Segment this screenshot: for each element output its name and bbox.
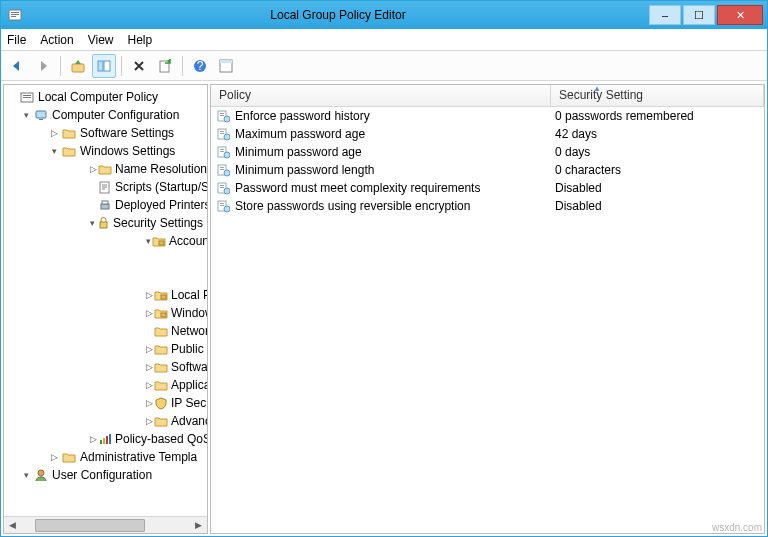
up-button[interactable]	[66, 54, 90, 78]
svg-rect-25	[161, 313, 166, 317]
expander-icon[interactable]: ▷	[146, 397, 153, 409]
policy-name: Minimum password age	[235, 145, 362, 159]
svg-rect-3	[11, 16, 16, 17]
tree-node-windows-settings[interactable]: ▾Windows Settings	[48, 142, 207, 160]
expander-icon[interactable]: ▾	[20, 109, 32, 121]
policy-name: Minimum password length	[235, 163, 374, 177]
expander-icon[interactable]: ▾	[90, 217, 95, 229]
expander-icon[interactable]: ▾	[48, 145, 60, 157]
scroll-left-icon[interactable]: ◀	[4, 518, 21, 533]
list-item[interactable]: Password must meet complexity requiremen…	[211, 179, 764, 197]
svg-point-38	[224, 134, 230, 140]
expander-icon[interactable]: ▷	[146, 289, 153, 301]
forward-button[interactable]	[31, 54, 55, 78]
svg-point-34	[224, 116, 230, 122]
minimize-button[interactable]: –	[649, 5, 681, 25]
folder-icon	[98, 161, 112, 177]
expander-icon[interactable]: ▷	[146, 343, 153, 355]
delete-button[interactable]	[127, 54, 151, 78]
tree-node-advanced-audit[interactable]: ▷Advanced Audi	[146, 412, 207, 430]
tree-label: Software Settings	[80, 126, 174, 140]
expander-icon[interactable]: ▷	[146, 307, 153, 319]
tree-node-computer-config[interactable]: ▾ Computer Configuration	[20, 106, 207, 124]
expander-icon[interactable]: ▷	[90, 433, 97, 445]
tree-node-deployed-printers[interactable]: ▷Deployed Printers	[90, 196, 207, 214]
show-hide-tree-button[interactable]	[92, 54, 116, 78]
svg-rect-1	[11, 12, 19, 13]
tree-label: Local Computer Policy	[38, 90, 158, 104]
help-button[interactable]: ?	[188, 54, 212, 78]
tree-node-ip-security[interactable]: ▷IP Security Polic	[146, 394, 207, 412]
tree-hscrollbar[interactable]: ◀ ▶	[4, 516, 207, 533]
scroll-track[interactable]	[21, 518, 190, 533]
policy-tree[interactable]: ▷ Local Computer Policy ▾ Computer Confi…	[4, 85, 207, 516]
folder-icon	[61, 449, 77, 465]
toolbar: ?	[1, 51, 767, 81]
tree-node-public-key[interactable]: ▷Public Key Polic	[146, 340, 207, 358]
close-button[interactable]: ✕	[717, 5, 763, 25]
list-item[interactable]: Maximum password age42 days	[211, 125, 764, 143]
list-item[interactable]: Enforce password history0 passwords reme…	[211, 107, 764, 125]
svg-rect-5	[98, 61, 103, 71]
tree-node-admin-templates[interactable]: ▷Administrative Templa	[48, 448, 207, 466]
policy-item-icon	[215, 126, 231, 142]
expander-icon[interactable]: ▾	[20, 469, 32, 481]
tree-node-software-restriction[interactable]: ▷Software Restric	[146, 358, 207, 376]
app-icon	[7, 7, 23, 23]
tree-node-security-settings[interactable]: ▾Security Settings	[90, 214, 207, 232]
menu-help[interactable]: Help	[128, 33, 153, 47]
tree-node-network-list[interactable]: ▷Network List M	[146, 322, 207, 340]
scroll-right-icon[interactable]: ▶	[190, 518, 207, 533]
title-bar[interactable]: Local Group Policy Editor – ☐ ✕	[1, 1, 767, 29]
list-item[interactable]: Minimum password age0 days	[211, 143, 764, 161]
list-body[interactable]: Enforce password history0 passwords reme…	[211, 107, 764, 533]
svg-rect-49	[220, 187, 224, 188]
expander-icon[interactable]: ▷	[146, 379, 153, 391]
list-item[interactable]: Minimum password length0 characters	[211, 161, 764, 179]
qos-icon	[98, 431, 112, 447]
tree-node-name-resolution[interactable]: ▷Name Resolution P	[90, 160, 207, 178]
menu-view[interactable]: View	[88, 33, 114, 47]
tree-label: Administrative Templa	[80, 450, 197, 464]
tree-node-windows-firewall[interactable]: ▷Windows Firew	[146, 304, 207, 322]
tree-label: IP Security Polic	[171, 396, 207, 410]
expander-icon[interactable]: ▷	[48, 451, 60, 463]
tree-node-application-control[interactable]: ▷Application Con	[146, 376, 207, 394]
tree-pane: ▷ Local Computer Policy ▾ Computer Confi…	[3, 84, 208, 534]
list-item[interactable]: Store passwords using reversible encrypt…	[211, 197, 764, 215]
tree-label: Security Settings	[113, 216, 203, 230]
tree-node-software-settings[interactable]: ▷Software Settings	[48, 124, 207, 142]
maximize-button[interactable]: ☐	[683, 5, 715, 25]
column-header-security[interactable]: Security Setting	[551, 85, 764, 106]
svg-rect-21	[159, 241, 164, 245]
tree-node-root[interactable]: ▷ Local Computer Policy	[6, 88, 207, 106]
svg-rect-20	[100, 222, 107, 228]
expander-icon[interactable]: ▷	[146, 361, 153, 373]
expander-icon[interactable]: ▷	[48, 127, 60, 139]
expander-icon[interactable]: ▾	[146, 235, 151, 247]
tree-node-qos[interactable]: ▷Policy-based QoS	[90, 430, 207, 448]
column-header-policy[interactable]: Policy	[211, 85, 551, 106]
menu-action[interactable]: Action	[40, 33, 73, 47]
tree-node-scripts[interactable]: ▷Scripts (Startup/Shu	[90, 178, 207, 196]
policy-value: 0 passwords remembered	[551, 109, 764, 123]
svg-rect-19	[102, 201, 108, 204]
tree-node-account-policies[interactable]: ▾Account Policie	[146, 232, 207, 250]
toolbar-separator	[182, 56, 183, 76]
properties-button[interactable]	[214, 54, 238, 78]
export-button[interactable]	[153, 54, 177, 78]
tree-label: Network List M	[171, 324, 207, 338]
scroll-thumb[interactable]	[35, 519, 145, 532]
printer-icon	[98, 197, 112, 213]
policy-item-icon	[215, 162, 231, 178]
svg-rect-32	[220, 113, 224, 114]
tree-node-local-policies[interactable]: ▷Local Policies	[146, 286, 207, 304]
policy-name: Password must meet complexity requiremen…	[235, 181, 480, 195]
menu-file[interactable]: File	[7, 33, 26, 47]
expander-icon[interactable]: ▷	[146, 415, 153, 427]
back-button[interactable]	[5, 54, 29, 78]
tree-node-user-config[interactable]: ▾User Configuration	[20, 466, 207, 484]
expander-icon[interactable]: ▷	[90, 163, 97, 175]
svg-point-46	[224, 170, 230, 176]
policy-value: 0 days	[551, 145, 764, 159]
